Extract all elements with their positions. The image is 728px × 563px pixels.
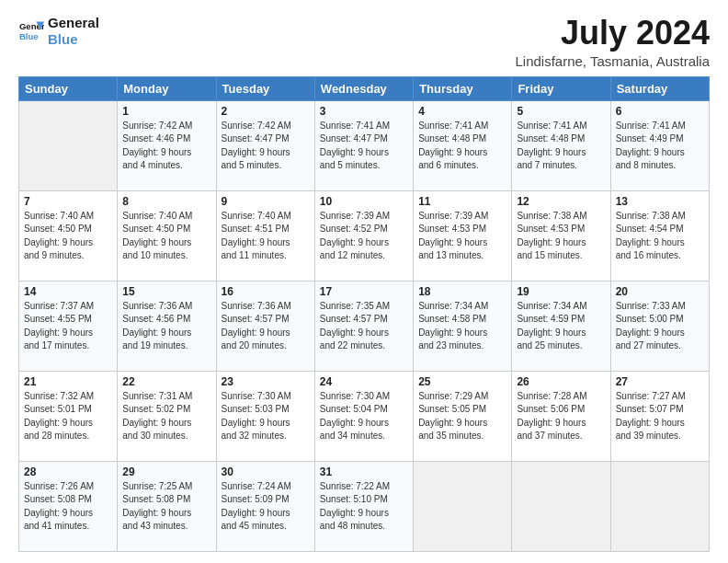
day-number: 4 [418,105,506,118]
calendar-cell: 31Sunrise: 7:22 AM Sunset: 5:10 PM Dayli… [314,461,413,551]
calendar-cell: 17Sunrise: 7:35 AM Sunset: 4:57 PM Dayli… [314,281,413,371]
day-info: Sunrise: 7:34 AM Sunset: 4:59 PM Dayligh… [517,300,605,353]
day-number: 29 [122,465,210,478]
header: General Blue General Blue July 2024 Lind… [18,15,710,69]
day-number: 3 [320,105,408,118]
week-row-4: 28Sunrise: 7:26 AM Sunset: 5:08 PM Dayli… [19,461,710,551]
day-info: Sunrise: 7:33 AM Sunset: 5:00 PM Dayligh… [616,300,704,353]
day-number: 19 [517,285,605,298]
header-day-monday: Monday [118,76,216,100]
day-info: Sunrise: 7:26 AM Sunset: 5:08 PM Dayligh… [24,480,112,534]
day-number: 8 [122,195,210,208]
day-number: 27 [616,375,704,388]
day-number: 7 [24,195,112,208]
day-info: Sunrise: 7:36 AM Sunset: 4:57 PM Dayligh… [222,300,310,353]
day-info: Sunrise: 7:38 AM Sunset: 4:54 PM Dayligh… [616,210,704,263]
day-info: Sunrise: 7:40 AM Sunset: 4:50 PM Dayligh… [122,210,210,263]
day-info: Sunrise: 7:41 AM Sunset: 4:48 PM Dayligh… [517,120,605,173]
calendar-cell: 1Sunrise: 7:42 AM Sunset: 4:46 PM Daylig… [118,100,216,190]
day-info: Sunrise: 7:40 AM Sunset: 4:50 PM Dayligh… [24,210,112,263]
day-number: 10 [320,195,408,208]
calendar-cell: 24Sunrise: 7:30 AM Sunset: 5:04 PM Dayli… [314,371,413,461]
subtitle: Lindisfarne, Tasmania, Australia [515,53,710,69]
calendar-cell: 29Sunrise: 7:25 AM Sunset: 5:08 PM Dayli… [118,461,216,551]
calendar-cell: 11Sunrise: 7:39 AM Sunset: 4:53 PM Dayli… [414,190,512,281]
calendar-cell: 19Sunrise: 7:34 AM Sunset: 4:59 PM Dayli… [512,281,610,371]
day-number: 31 [320,465,408,478]
day-number: 30 [222,465,310,478]
day-number: 28 [24,465,112,478]
header-day-friday: Friday [512,76,610,100]
day-info: Sunrise: 7:41 AM Sunset: 4:47 PM Dayligh… [320,120,408,173]
day-info: Sunrise: 7:29 AM Sunset: 5:05 PM Dayligh… [418,390,506,443]
day-number: 1 [122,105,210,118]
svg-text:Blue: Blue [19,31,39,41]
calendar-cell: 21Sunrise: 7:32 AM Sunset: 5:01 PM Dayli… [19,371,118,461]
day-info: Sunrise: 7:41 AM Sunset: 4:48 PM Dayligh… [418,120,506,173]
day-number: 6 [616,105,704,118]
calendar-cell: 8Sunrise: 7:40 AM Sunset: 4:50 PM Daylig… [118,190,216,281]
week-row-1: 7Sunrise: 7:40 AM Sunset: 4:50 PM Daylig… [19,190,710,281]
day-number: 2 [222,105,310,118]
page: General Blue General Blue July 2024 Lind… [0,0,728,563]
header-day-wednesday: Wednesday [314,76,413,100]
day-info: Sunrise: 7:22 AM Sunset: 5:10 PM Dayligh… [320,480,408,534]
calendar-cell: 18Sunrise: 7:34 AM Sunset: 4:58 PM Dayli… [414,281,512,371]
day-info: Sunrise: 7:32 AM Sunset: 5:01 PM Dayligh… [24,390,112,443]
day-info: Sunrise: 7:42 AM Sunset: 4:46 PM Dayligh… [122,120,210,173]
calendar-cell [414,461,512,551]
logo-text-blue: Blue [48,31,99,48]
day-info: Sunrise: 7:36 AM Sunset: 4:56 PM Dayligh… [122,300,210,353]
calendar-cell: 3Sunrise: 7:41 AM Sunset: 4:47 PM Daylig… [314,100,413,190]
calendar-cell: 27Sunrise: 7:27 AM Sunset: 5:07 PM Dayli… [610,371,709,461]
week-row-3: 21Sunrise: 7:32 AM Sunset: 5:01 PM Dayli… [19,371,710,461]
logo-icon: General Blue [18,18,44,44]
calendar-cell: 23Sunrise: 7:30 AM Sunset: 5:03 PM Dayli… [216,371,314,461]
day-info: Sunrise: 7:39 AM Sunset: 4:53 PM Dayligh… [418,210,506,263]
week-row-0: 1Sunrise: 7:42 AM Sunset: 4:46 PM Daylig… [19,100,710,190]
calendar-cell: 26Sunrise: 7:28 AM Sunset: 5:06 PM Dayli… [512,371,610,461]
calendar-cell: 14Sunrise: 7:37 AM Sunset: 4:55 PM Dayli… [19,281,118,371]
calendar-cell: 13Sunrise: 7:38 AM Sunset: 4:54 PM Dayli… [610,190,709,281]
day-info: Sunrise: 7:25 AM Sunset: 5:08 PM Dayligh… [122,480,210,534]
day-info: Sunrise: 7:42 AM Sunset: 4:47 PM Dayligh… [222,120,310,173]
day-number: 25 [418,375,506,388]
day-number: 26 [517,375,605,388]
calendar-table: SundayMondayTuesdayWednesdayThursdayFrid… [18,76,710,552]
calendar-cell: 5Sunrise: 7:41 AM Sunset: 4:48 PM Daylig… [512,100,610,190]
day-info: Sunrise: 7:41 AM Sunset: 4:49 PM Dayligh… [616,120,704,173]
calendar-cell: 6Sunrise: 7:41 AM Sunset: 4:49 PM Daylig… [610,100,709,190]
day-info: Sunrise: 7:35 AM Sunset: 4:57 PM Dayligh… [320,300,408,353]
day-number: 17 [320,285,408,298]
calendar-cell: 25Sunrise: 7:29 AM Sunset: 5:05 PM Dayli… [414,371,512,461]
day-info: Sunrise: 7:40 AM Sunset: 4:51 PM Dayligh… [222,210,310,263]
day-number: 11 [418,195,506,208]
calendar-cell: 4Sunrise: 7:41 AM Sunset: 4:48 PM Daylig… [414,100,512,190]
day-info: Sunrise: 7:37 AM Sunset: 4:55 PM Dayligh… [24,300,112,353]
header-day-thursday: Thursday [414,76,512,100]
calendar-cell: 20Sunrise: 7:33 AM Sunset: 5:00 PM Dayli… [610,281,709,371]
day-number: 18 [418,285,506,298]
calendar-cell: 12Sunrise: 7:38 AM Sunset: 4:53 PM Dayli… [512,190,610,281]
day-number: 12 [517,195,605,208]
day-info: Sunrise: 7:30 AM Sunset: 5:04 PM Dayligh… [320,390,408,443]
day-number: 16 [222,285,310,298]
main-title: July 2024 [515,15,710,52]
calendar-cell: 9Sunrise: 7:40 AM Sunset: 4:51 PM Daylig… [216,190,314,281]
day-info: Sunrise: 7:39 AM Sunset: 4:52 PM Dayligh… [320,210,408,263]
calendar-cell [19,100,118,190]
day-number: 20 [616,285,704,298]
day-number: 9 [222,195,310,208]
logo-text-general: General [48,15,99,31]
day-number: 14 [24,285,112,298]
day-info: Sunrise: 7:24 AM Sunset: 5:09 PM Dayligh… [222,480,310,534]
day-info: Sunrise: 7:31 AM Sunset: 5:02 PM Dayligh… [122,390,210,443]
header-day-sunday: Sunday [19,76,118,100]
day-number: 23 [222,375,310,388]
calendar-cell: 30Sunrise: 7:24 AM Sunset: 5:09 PM Dayli… [216,461,314,551]
day-number: 24 [320,375,408,388]
day-number: 5 [517,105,605,118]
day-number: 13 [616,195,704,208]
header-row: SundayMondayTuesdayWednesdayThursdayFrid… [19,76,710,100]
day-info: Sunrise: 7:38 AM Sunset: 4:53 PM Dayligh… [517,210,605,263]
